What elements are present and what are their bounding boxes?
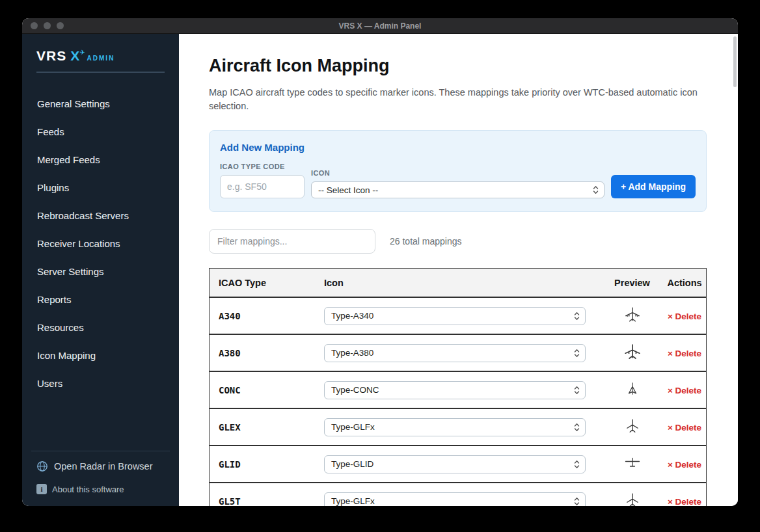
row-icon-select-value: Type-GLFx: [331, 496, 375, 506]
add-mapping-panel: Add New Mapping ICAO TYPE CODE ICON -- S…: [209, 130, 707, 212]
window-titlebar: VRS X — Admin Panel: [22, 18, 738, 34]
row-icon-select[interactable]: Type-GLFx: [324, 418, 586, 436]
sidebar: VRS X ✈ ADMIN General SettingsFeedsMerge…: [22, 34, 179, 506]
row-icao-code: GLEX: [210, 422, 315, 432]
row-icon-select[interactable]: Type-GLID: [324, 455, 586, 473]
row-icao-code: GLID: [210, 459, 315, 470]
table-row: GL5T Type-GLFx × Delete: [210, 483, 706, 506]
filter-mappings-input[interactable]: [209, 229, 375, 254]
table-row: GLEX Type-GLFx × Delete: [210, 409, 706, 446]
window-title: VRS X — Admin Panel: [339, 21, 422, 31]
logo-brand: VRS: [36, 48, 66, 64]
row-icao-code: A340: [210, 311, 315, 321]
scrollbar-thumb[interactable]: [733, 36, 737, 87]
table-header-row: ICAO Type Icon Preview Actions: [210, 269, 706, 298]
row-icao-code: GL5T: [210, 496, 315, 506]
sidebar-item-receiver-locations[interactable]: Receiver Locations: [22, 230, 179, 258]
sidebar-item-resources[interactable]: Resources: [22, 313, 179, 341]
page-description: Map ICAO aircraft type codes to specific…: [209, 86, 708, 113]
sidebar-item-plugins[interactable]: Plugins: [22, 174, 179, 202]
row-icao-code: CONC: [210, 385, 315, 395]
page-title: Aircraft Icon Mapping: [209, 56, 708, 76]
chevron-updown-icon: [574, 386, 580, 395]
about-software-link[interactable]: i About this software: [22, 476, 179, 506]
row-icon-select-value: Type-A380: [331, 348, 373, 358]
icon-select-value: -- Select Icon --: [318, 185, 378, 195]
large-airliner-icon: [623, 343, 642, 363]
chevron-updown-icon: [593, 185, 599, 194]
bizjet-icon: [624, 418, 641, 437]
table-row: GLID Type-GLID × Delete: [210, 446, 706, 483]
info-icon: i: [36, 484, 47, 494]
sidebar-item-server-settings[interactable]: Server Settings: [22, 258, 179, 286]
icao-code-label: ICAO TYPE CODE: [220, 163, 305, 170]
sidebar-item-general-settings[interactable]: General Settings: [22, 90, 179, 118]
row-icon-select-value: Type-GLFx: [331, 422, 375, 432]
chevron-updown-icon: [574, 460, 580, 469]
mappings-table: ICAO Type Icon Preview Actions A340 Type…: [209, 268, 707, 506]
bizjet-icon: [624, 492, 641, 506]
sidebar-item-merged-feeds[interactable]: Merged Feeds: [22, 146, 179, 174]
row-icon-select[interactable]: Type-GLFx: [324, 492, 586, 506]
row-icao-code: A380: [210, 348, 315, 358]
delete-button[interactable]: × Delete: [668, 497, 701, 506]
sidebar-item-feeds[interactable]: Feeds: [22, 118, 179, 146]
globe-icon: [36, 460, 48, 472]
sidebar-nav: General SettingsFeedsMerged FeedsPlugins…: [22, 90, 179, 397]
icao-code-input[interactable]: [220, 175, 305, 198]
add-panel-heading: Add New Mapping: [220, 142, 696, 153]
logo-x: X: [70, 48, 79, 64]
column-header-actions: Actions: [663, 278, 706, 288]
delete-button[interactable]: × Delete: [668, 386, 701, 395]
delete-button[interactable]: × Delete: [668, 460, 701, 470]
row-icon-select-value: Type-CONC: [331, 385, 379, 395]
sidebar-item-users[interactable]: Users: [22, 369, 179, 397]
open-radar-label: Open Radar in Browser: [54, 461, 153, 472]
chevron-updown-icon: [574, 349, 580, 358]
table-row: A340 Type-A340 × Delete: [210, 298, 706, 335]
sidebar-item-icon-mapping[interactable]: Icon Mapping: [22, 341, 179, 369]
table-row: A380 Type-A380 × Delete: [210, 335, 706, 372]
add-mapping-button[interactable]: + Add Mapping: [611, 175, 696, 198]
open-radar-link[interactable]: Open Radar in Browser: [31, 451, 170, 476]
concorde-icon: [625, 380, 640, 400]
logo-divider: [36, 72, 165, 73]
icon-label: ICON: [311, 169, 604, 177]
delete-button[interactable]: × Delete: [668, 423, 701, 432]
chevron-updown-icon: [574, 312, 580, 321]
logo-admin: ADMIN: [87, 55, 115, 62]
maximize-window-button[interactable]: [57, 22, 64, 29]
icon-field-group: ICON -- Select Icon --: [311, 169, 604, 198]
row-icon-select-value: Type-GLID: [331, 459, 373, 469]
app-logo: VRS X ✈ ADMIN: [22, 34, 179, 73]
plane-icon: ✈: [79, 49, 85, 56]
column-header-icon: Icon: [315, 278, 601, 288]
mapping-count: 26 total mappings: [390, 236, 462, 246]
table-body: A340 Type-A340 × Delete A380 Type-A380: [210, 298, 706, 506]
airliner-4engine-icon: [624, 306, 641, 326]
close-window-button[interactable]: [31, 22, 38, 29]
sidebar-item-rebroadcast-servers[interactable]: Rebroadcast Servers: [22, 202, 179, 230]
delete-button[interactable]: × Delete: [668, 349, 701, 358]
app-window: VRS X — Admin Panel VRS X ✈ ADMIN Genera…: [22, 18, 738, 506]
table-row: CONC Type-CONC × Delete: [210, 372, 706, 409]
column-header-preview: Preview: [601, 278, 663, 288]
row-icon-select[interactable]: Type-CONC: [324, 381, 586, 399]
minimize-window-button[interactable]: [44, 22, 51, 29]
sidebar-item-reports[interactable]: Reports: [22, 286, 179, 313]
chevron-updown-icon: [574, 423, 580, 432]
column-header-icao-type: ICAO Type: [210, 278, 315, 288]
icao-field-group: ICAO TYPE CODE: [220, 163, 305, 198]
glider-icon: [623, 455, 642, 473]
row-icon-select[interactable]: Type-A340: [324, 307, 586, 325]
delete-button[interactable]: × Delete: [668, 312, 701, 321]
traffic-light-buttons: [31, 18, 64, 33]
icon-select[interactable]: -- Select Icon --: [311, 181, 604, 198]
main-content: Aircraft Icon Mapping Map ICAO aircraft …: [179, 34, 738, 506]
about-label: About this software: [52, 485, 124, 494]
row-icon-select-value: Type-A340: [331, 311, 373, 321]
chevron-updown-icon: [574, 497, 580, 506]
row-icon-select[interactable]: Type-A380: [324, 344, 586, 362]
